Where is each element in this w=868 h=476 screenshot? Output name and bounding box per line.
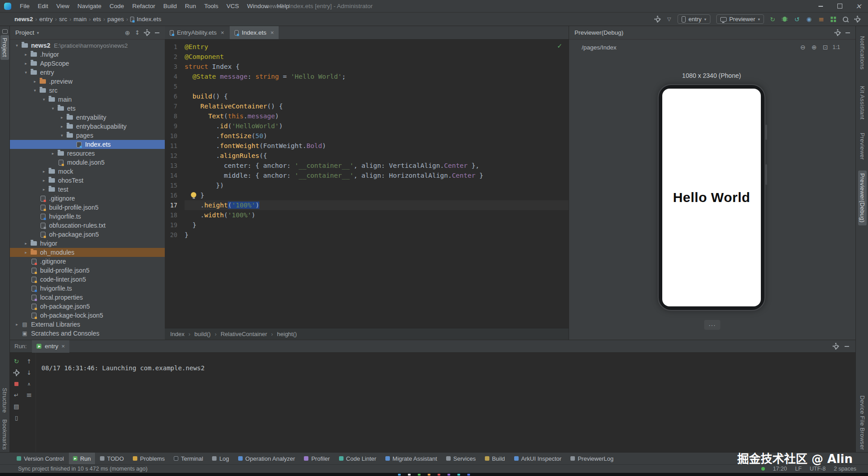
- previewer-target-combo[interactable]: Previewer ▾: [716, 14, 764, 24]
- tool-tab-notifications[interactable]: Notifications: [858, 33, 867, 72]
- soft-wrap-icon[interactable]: [13, 391, 21, 399]
- window-minimize-button[interactable]: [811, 0, 830, 12]
- zoom-fit-icon[interactable]: [821, 43, 829, 51]
- rerun-icon[interactable]: [13, 357, 21, 365]
- tool-tab-previewer-debug[interactable]: Previewer(Debug): [858, 171, 867, 225]
- settings-icon[interactable]: [654, 15, 662, 23]
- tree-item-oh-package-lock-json5[interactable]: oh-package-lock.json5: [10, 311, 165, 320]
- tool-button-arkui-inspector[interactable]: ArkUI Inspector: [510, 453, 566, 464]
- taskbar-app-icon[interactable]: [418, 474, 420, 476]
- chevron-closed-icon[interactable]: ▸: [14, 322, 20, 327]
- status-encoding[interactable]: UTF-8: [810, 466, 826, 472]
- tree-item-news2[interactable]: ▾news2E:\pratice\harmonyos\news2: [10, 41, 165, 50]
- project-tree[interactable]: ▾news2E:\pratice\harmonyos\news2▸.hvigor…: [10, 40, 165, 340]
- zoom-scale-label[interactable]: 1:1: [832, 44, 840, 50]
- tree-item-test[interactable]: ▸test: [10, 185, 165, 194]
- tree-item-gitignore[interactable]: .gitignore: [10, 257, 165, 266]
- locate-icon[interactable]: [123, 29, 131, 37]
- tree-item-hvigorfile-ts[interactable]: hvigorfile.ts: [10, 284, 165, 293]
- editor-breadcrumb-index[interactable]: Index: [170, 331, 185, 337]
- tree-item-resources[interactable]: ▸resources: [10, 149, 165, 158]
- up-icon[interactable]: [25, 357, 33, 365]
- chevron-closed-icon[interactable]: ▸: [23, 241, 29, 246]
- tree-item-hvigor[interactable]: ▸.hvigor: [10, 50, 165, 59]
- menu-build[interactable]: Build: [159, 0, 181, 13]
- clear-icon[interactable]: [13, 413, 21, 422]
- intention-bulb-icon[interactable]: [191, 192, 196, 198]
- editor-breadcrumb-build[interactable]: build(): [194, 331, 211, 337]
- tool-button-operation-analyzer[interactable]: Operation Analyzer: [234, 453, 299, 464]
- chevron-closed-icon[interactable]: ▸: [23, 250, 29, 255]
- tree-item-mock[interactable]: ▸mock: [10, 167, 165, 176]
- chevron-open-icon[interactable]: ▾: [23, 70, 29, 75]
- settings-icon[interactable]: [834, 29, 842, 37]
- status-indent[interactable]: 2 spaces: [834, 466, 856, 472]
- taskbar-app-icon[interactable]: [467, 474, 470, 476]
- chevron-closed-icon[interactable]: ▸: [59, 115, 65, 120]
- print-icon[interactable]: [13, 402, 21, 410]
- restart-icon[interactable]: [793, 15, 801, 23]
- tree-item-obfuscation-rules-txt[interactable]: obfuscation-rules.txt: [10, 221, 165, 230]
- tool-button-previewerlog[interactable]: PreviewerLog: [566, 453, 618, 464]
- filter-icon[interactable]: [665, 15, 673, 23]
- menu-view[interactable]: View: [52, 0, 73, 13]
- editor-breadcrumb-height[interactable]: height(): [277, 331, 297, 337]
- breadcrumb-item-ets[interactable]: ets: [91, 16, 103, 22]
- tree-item-build-profile-json5[interactable]: build-profile.json5: [10, 203, 165, 212]
- tool-button-problems[interactable]: Problems: [129, 453, 169, 464]
- profiler-icon[interactable]: [805, 15, 813, 23]
- tree-item-gitignore[interactable]: .gitignore: [10, 194, 165, 203]
- chevron-closed-icon[interactable]: ▸: [41, 187, 47, 192]
- breadcrumb-item-main[interactable]: main: [72, 16, 88, 22]
- tool-tab-bookmarks[interactable]: Bookmarks: [0, 417, 9, 453]
- tool-tab-device-file-browser[interactable]: Device File Browser: [858, 393, 867, 453]
- tool-button-services[interactable]: Services: [442, 453, 480, 464]
- tree-item-src[interactable]: ▾src: [10, 86, 165, 95]
- ide-settings-icon[interactable]: [854, 15, 862, 23]
- tool-button-profiler[interactable]: Profiler: [300, 453, 334, 464]
- menu-refactor[interactable]: Refactor: [128, 0, 159, 13]
- chevron-open-icon[interactable]: ▾: [32, 88, 38, 93]
- tree-item-index-ets[interactable]: Index.ets: [10, 140, 165, 149]
- tool-button-code-linter[interactable]: Code Linter: [335, 453, 380, 464]
- sync-icon[interactable]: [769, 15, 777, 23]
- tree-item-oh-modules[interactable]: ▸oh_modules: [10, 248, 165, 257]
- tool-tab-kit-assistant[interactable]: Kit Assistant: [858, 83, 867, 122]
- stop-icon[interactable]: [13, 380, 21, 388]
- inspection-ok-icon[interactable]: ✓: [557, 42, 562, 49]
- breadcrumb-item-entry[interactable]: entry: [37, 16, 54, 22]
- close-icon[interactable]: ×: [61, 343, 65, 350]
- search-icon[interactable]: [841, 15, 850, 23]
- tree-item-local-properties[interactable]: local.properties: [10, 293, 165, 302]
- chevron-closed-icon[interactable]: ▸: [59, 124, 65, 129]
- menu-run[interactable]: Run: [181, 0, 200, 13]
- tool-tab-previewer[interactable]: Previewer: [858, 130, 867, 163]
- chevron-closed-icon[interactable]: ▸: [41, 169, 47, 174]
- tree-item-main[interactable]: ▾main: [10, 95, 165, 104]
- tree-item-build-profile-json5[interactable]: build-profile.json5: [10, 266, 165, 275]
- chevron-open-icon[interactable]: ▾: [59, 133, 65, 138]
- previewer-tab-label[interactable]: Previewer(Debug): [573, 29, 624, 36]
- tree-item-pages[interactable]: ▾pages: [10, 131, 165, 140]
- device-manager-icon[interactable]: [829, 15, 837, 23]
- close-tab-icon[interactable]: ×: [271, 29, 274, 36]
- settings-icon[interactable]: [143, 29, 151, 37]
- hide-icon[interactable]: [844, 29, 852, 37]
- menu-icon[interactable]: [25, 391, 33, 399]
- run-config-combo[interactable]: entry ▾: [678, 14, 710, 24]
- taskbar-app-icon[interactable]: [408, 474, 411, 476]
- task-list-icon[interactable]: [817, 15, 825, 23]
- tree-item-ets[interactable]: ▾ets: [10, 104, 165, 113]
- tree-item-preview[interactable]: ▸.preview: [10, 77, 165, 86]
- zoom-in-icon[interactable]: [810, 43, 818, 51]
- taskbar-app-icon[interactable]: [457, 474, 460, 476]
- tool-tab-structure[interactable]: Structure: [0, 385, 9, 415]
- tree-item-external-libraries[interactable]: ▸External Libraries: [10, 320, 165, 329]
- tool-button-log[interactable]: Log: [208, 453, 233, 464]
- taskbar-app-icon[interactable]: [448, 474, 450, 476]
- chevron-closed-icon[interactable]: ▸: [50, 151, 56, 156]
- chevron-closed-icon[interactable]: ▸: [23, 52, 29, 57]
- settings-icon[interactable]: [13, 368, 21, 377]
- taskbar-app-icon[interactable]: [438, 474, 440, 476]
- tool-button-todo[interactable]: TODO: [96, 453, 128, 464]
